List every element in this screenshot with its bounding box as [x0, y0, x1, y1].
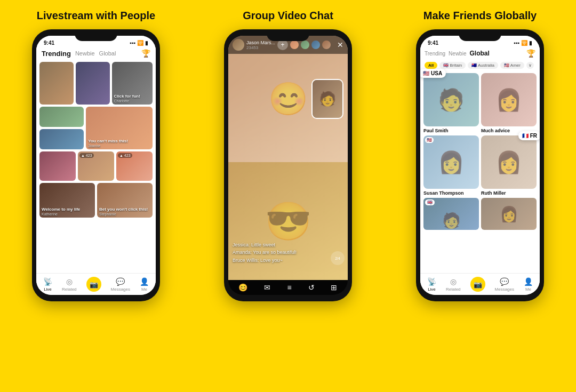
screen-2: Jason Mars... 23453 + ✕ 😊	[228, 36, 348, 295]
fr-flag: 🇫🇷	[522, 133, 529, 139]
mini-avatar-2: 👩	[481, 198, 537, 230]
grid-row-2: You can't miss this!Joanne	[39, 107, 153, 149]
video-top-half: 😊 🧑	[228, 36, 348, 162]
messages-icon-3: 💬	[500, 277, 509, 286]
filter-amer[interactable]: 🇺🇸 Amer	[500, 62, 524, 69]
fr-label: FR	[530, 133, 537, 139]
friends-grid: 🇺🇸 USA 🧑 Paul Smith	[420, 71, 540, 273]
screen3-header: Trending Newbie Global 🏆	[420, 47, 540, 60]
nav-me-label: Me	[141, 287, 147, 292]
cell-label-11: Bet you won't click this!Stephanie	[99, 207, 148, 217]
nav-messages-3[interactable]: 💬 Messages	[495, 277, 514, 292]
nav-me-label-3: Me	[525, 287, 531, 292]
grid-cell-2[interactable]	[76, 62, 110, 105]
paul-smith-wrapper: 🇺🇸 USA 🧑 Paul Smith	[423, 73, 479, 133]
menu-ctrl[interactable]: ≡	[287, 283, 291, 292]
paul-card[interactable]: 🧑	[423, 73, 479, 126]
status-time-1: 9:41	[44, 40, 54, 46]
paul-name: Paul Smith	[423, 128, 479, 133]
video-main: 😊 🧑 😎 Jessica: Little sweet Amanda: You …	[228, 36, 348, 280]
filter-all[interactable]: All	[425, 62, 437, 69]
grid-cell-8[interactable]: ▲ 423	[78, 151, 114, 181]
usa-badge: 🇺🇸 USA	[420, 69, 446, 78]
filter-australia[interactable]: 🇦🇺 Australia	[468, 62, 498, 69]
bottom-nav-3: 📡 Live ◎ Related 📷 💬 Messages 👤 Me	[420, 273, 540, 295]
friends-mini-row: 🇬🇧 🧑 👩	[423, 198, 537, 230]
panel-friends: Make Friends Globally 9:41 ▪▪▪ 🛜 ▮ Trend…	[384, 0, 576, 392]
nav-live[interactable]: 📡 Live	[43, 277, 52, 292]
notch-1	[75, 29, 117, 41]
grid-ctrl[interactable]: ⊞	[331, 283, 337, 292]
tab-s3-newbie[interactable]: Newbie	[449, 51, 466, 57]
susan-card[interactable]: 🇺🇸 👩	[423, 135, 479, 189]
mail-ctrl[interactable]: ✉	[264, 283, 270, 292]
filter-more[interactable]: ∨	[526, 62, 534, 69]
grid-cell-10[interactable]: Welcome to my lifeKatherine	[39, 183, 95, 218]
grid-cell-4[interactable]	[39, 107, 84, 127]
mini-card-2[interactable]: 👩	[481, 198, 537, 230]
pip-person: 🧑	[313, 80, 342, 118]
trophy-icon-3: 🏆	[526, 49, 535, 58]
much-card[interactable]: 👩	[481, 73, 537, 126]
ruth-name: Ruth Miller	[481, 190, 537, 196]
nav-related[interactable]: ◎ Related	[62, 277, 77, 292]
mini-card-1[interactable]: 🇬🇧 🧑	[423, 198, 479, 230]
screen1-header: Trending Newbie Global 🏆	[36, 47, 156, 60]
friends-row-1: 🇺🇸 USA 🧑 Paul Smith	[423, 73, 537, 133]
nav-related-3[interactable]: ◎ Related	[446, 277, 461, 292]
nav-me[interactable]: 👤 Me	[140, 277, 149, 292]
close-btn[interactable]: ✕	[337, 41, 343, 49]
screen-1: 9:41 ▪▪▪ 🛜 ▮ Trending Newbie Global 🏆	[36, 36, 156, 295]
notch-2	[267, 29, 309, 41]
nav-messages-label: Messages	[111, 287, 130, 292]
ruth-card[interactable]: 👩	[481, 135, 537, 189]
status-time-3: 9:41	[428, 40, 438, 46]
tab-global[interactable]: Global	[99, 50, 116, 57]
nav-me-3[interactable]: 👤 Me	[524, 277, 533, 292]
nav-live-label-3: Live	[428, 287, 436, 292]
refresh-ctrl[interactable]: ↺	[308, 283, 315, 292]
add-viewer-btn[interactable]: +	[277, 39, 288, 50]
related-icon-3: ◎	[450, 277, 457, 286]
nav-messages[interactable]: 💬 Messages	[111, 277, 130, 292]
ruth-avatar: 👩	[481, 135, 537, 189]
chat-msg-3: Bruce Willis: Love you~	[233, 257, 326, 264]
ruth-card-container: 🇫🇷 FR 👩	[481, 135, 537, 189]
grid-cell-1[interactable]	[39, 62, 74, 105]
screen-3: 9:41 ▪▪▪ 🛜 ▮ Trending Newbie Global 🏆 Al…	[420, 36, 540, 295]
filter-britain[interactable]: 🇬🇧 Britain	[439, 62, 466, 69]
tab-s3-trending[interactable]: Trending	[425, 51, 445, 57]
video-bottom-half: 😎 Jessica: Little sweet Amanda: You are …	[228, 162, 348, 280]
susan-wrapper: 🇺🇸 👩 Susan Thompson	[423, 135, 479, 196]
notch-3	[459, 29, 501, 41]
status-icons-3: ▪▪▪ 🛜 ▮	[514, 40, 532, 46]
nav-camera-3[interactable]: 📷	[470, 277, 485, 292]
usa-flag: 🇺🇸	[423, 70, 429, 76]
nav-camera[interactable]: 📷	[86, 277, 101, 292]
chat-avatar-right: 2/4	[331, 251, 345, 265]
trophy-icon: 🏆	[141, 49, 150, 58]
cell-label-5: You can't miss this!Joanne	[88, 139, 128, 148]
grid-cell-12[interactable]: ▲ 423	[116, 151, 153, 181]
tab-newbie[interactable]: Newbie	[75, 50, 95, 57]
grid-cell-9[interactable]	[39, 151, 76, 181]
related-icon: ◎	[66, 277, 73, 286]
viewer-av-2	[301, 41, 309, 49]
grid-cell-3[interactable]: Click for fun!Charlotte	[112, 62, 153, 105]
grid-cell-5[interactable]: You can't miss this!Joanne	[86, 107, 153, 149]
grid-cell-11[interactable]: Bet you won't click this!Stephanie	[97, 183, 153, 218]
susan-card-container: 🇺🇸 👩	[423, 135, 479, 189]
wifi-icon: 🛜	[137, 40, 143, 46]
emoji-ctrl[interactable]: 😊	[238, 283, 247, 292]
grid-row-4: Welcome to my lifeKatherine Bet you won'…	[39, 183, 153, 218]
tab-trending[interactable]: Trending	[42, 50, 71, 58]
signal-icon: ▪▪▪	[130, 40, 135, 46]
panel-videochat: Group Video Chat Jason Mars... 23453 +	[192, 0, 384, 392]
tab-s3-global[interactable]: Global	[469, 50, 489, 57]
grid-row-3: ▲ 423 ▲ 423	[39, 151, 153, 181]
grid-cell-7[interactable]	[39, 129, 84, 149]
cell-count-8: ▲ 423	[79, 153, 94, 158]
grid-row-1: Click for fun!Charlotte	[39, 62, 153, 105]
nav-live-3[interactable]: 📡 Live	[427, 277, 436, 292]
viewer-av-4	[322, 41, 331, 49]
